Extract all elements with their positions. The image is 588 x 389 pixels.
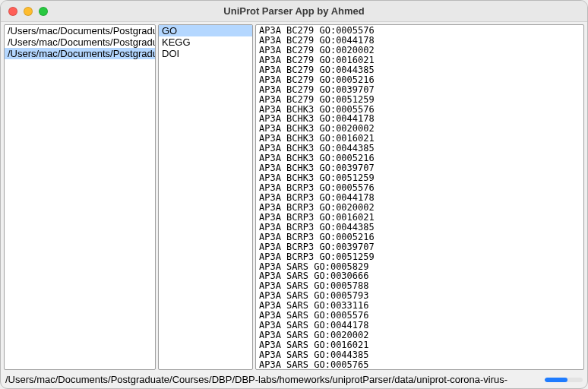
traffic-lights — [8, 7, 48, 16]
app-window: UniProt Parser App by Ahmed /Users/mac/D… — [0, 0, 588, 389]
output-line[interactable]: AP3A_BC279 GO:0005576 — [256, 25, 583, 35]
filter-list-item[interactable]: DOI — [159, 48, 252, 59]
output-line[interactable]: AP3A_BCHK3 GO:0039707 — [256, 163, 583, 172]
window-body: /Users/mac/Documents/Postgraduate/Users/… — [1, 22, 587, 388]
output-line[interactable]: AP3A_BCHK3 GO:0005576 — [256, 104, 583, 114]
output-line[interactable]: AP3A_SARS GO:0005576 — [256, 310, 583, 320]
output-line[interactable]: AP3A_SARS GO:0020002 — [256, 330, 583, 340]
filter-list-item[interactable]: GO — [159, 25, 252, 36]
status-text: /Users/mac/Documents/Postgraduate/Course… — [5, 374, 540, 385]
file-list-item[interactable]: /Users/mac/Documents/Postgraduate — [5, 36, 155, 48]
output-line[interactable]: AP3A_BCRP3 GO:0051259 — [256, 251, 583, 261]
file-listbox[interactable]: /Users/mac/Documents/Postgraduate/Users/… — [4, 24, 156, 370]
output-line[interactable]: AP3A_SARS GO:0044178 — [256, 320, 583, 330]
window-title: UniProt Parser App by Ahmed — [1, 5, 587, 17]
output-line[interactable]: AP3A_BCRP3 GO:0016021 — [256, 212, 583, 222]
output-line[interactable]: AP3A_BC279 GO:0039707 — [256, 84, 583, 94]
output-line[interactable]: AP3A_SARS GO:0005793 — [256, 290, 583, 300]
output-line[interactable]: AP3A_BCHK3 GO:0016021 — [256, 133, 583, 143]
output-line[interactable]: AP3A_SARS GO:0030666 — [256, 270, 583, 280]
output-listbox[interactable]: AP3A_BC279 GO:0005576AP3A_BC279 GO:00441… — [255, 24, 584, 370]
file-list-item[interactable]: /Users/mac/Documents/Postgraduate — [5, 48, 155, 59]
file-list-item[interactable]: /Users/mac/Documents/Postgraduate — [5, 25, 155, 36]
minimize-icon[interactable] — [24, 7, 33, 16]
output-line[interactable]: AP3A_BCRP3 GO:0005576 — [256, 182, 583, 192]
output-line[interactable]: AP3A_BCHK3 GO:0051259 — [256, 172, 583, 182]
output-line[interactable]: AP3A_SARS GO:0016021 — [256, 340, 583, 349]
titlebar: UniProt Parser App by Ahmed — [1, 1, 587, 22]
filter-list-item[interactable]: KEGG — [159, 36, 252, 48]
progress-fill — [545, 378, 567, 382]
output-line[interactable]: AP3A_BC279 GO:0044385 — [256, 65, 583, 74]
zoom-icon[interactable] — [39, 7, 48, 16]
output-line[interactable]: AP3A_SARS GO:0005829 — [256, 261, 583, 271]
output-line[interactable]: AP3A_BC279 GO:0020002 — [256, 45, 583, 55]
output-line[interactable]: AP3A_BC279 GO:0005216 — [256, 74, 583, 84]
output-line[interactable]: AP3A_BCHK3 GO:0044385 — [256, 143, 583, 153]
output-line[interactable]: AP3A_BC279 GO:0051259 — [256, 94, 583, 104]
output-line[interactable]: AP3A_BCRP3 GO:0044385 — [256, 222, 583, 232]
output-line[interactable]: AP3A_SARS GO:0005765 — [256, 359, 583, 369]
output-line[interactable]: AP3A_SARS GO:0044385 — [256, 349, 583, 359]
output-line[interactable]: AP3A_BC279 GO:0044178 — [256, 35, 583, 45]
output-line[interactable]: AP3A_BCRP3 GO:0020002 — [256, 202, 583, 212]
output-line[interactable]: AP3A_BCRP3 GO:0039707 — [256, 242, 583, 251]
output-line[interactable]: AP3A_BCHK3 GO:0020002 — [256, 123, 583, 133]
output-line[interactable]: AP3A_BCHK3 GO:0005216 — [256, 153, 583, 163]
output-line[interactable]: AP3A_BC279 GO:0016021 — [256, 55, 583, 65]
panes: /Users/mac/Documents/Postgraduate/Users/… — [4, 24, 584, 370]
filter-listbox[interactable]: GOKEGGDOI — [158, 24, 253, 370]
output-line[interactable]: AP3A_SARS GO:0005788 — [256, 280, 583, 290]
output-line[interactable]: AP3A_BCHK3 GO:0044178 — [256, 113, 583, 123]
output-line[interactable]: AP3A_BCRP3 GO:0044178 — [256, 192, 583, 202]
output-line[interactable]: AP3A_SARS GO:0033116 — [256, 300, 583, 310]
statusbar: /Users/mac/Documents/Postgraduate/Course… — [4, 372, 584, 385]
progress-bar — [545, 378, 583, 382]
close-icon[interactable] — [8, 7, 17, 16]
output-line[interactable]: AP3A_BCRP3 GO:0005216 — [256, 232, 583, 242]
